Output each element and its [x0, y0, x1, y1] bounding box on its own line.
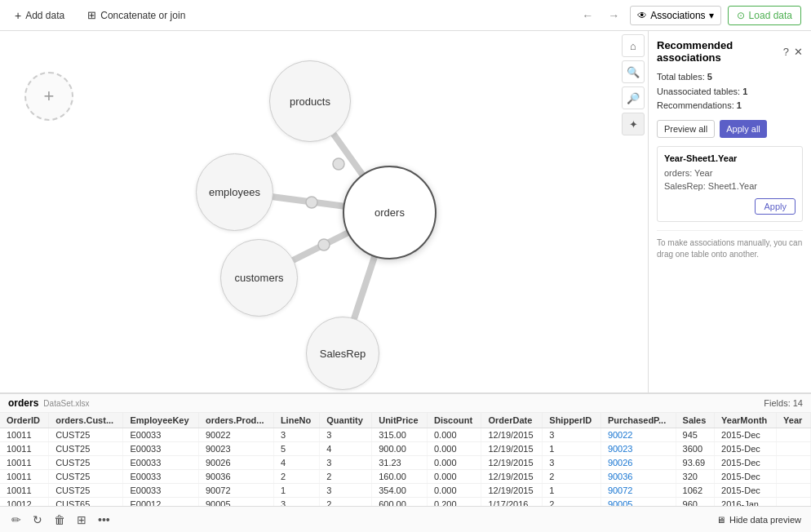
node-salesrep[interactable]: SalesRep — [306, 317, 379, 390]
cell-r2-c3: 90026 — [198, 456, 273, 470]
cell-r0-c12: 2015-Dec — [715, 428, 777, 442]
node-employees[interactable]: employees — [196, 153, 273, 231]
col-header-ordersprod: orders.Prod... — [198, 413, 273, 428]
col-header-yearmonth: YearMonth — [715, 413, 777, 428]
cell-r5-c9: 2 — [543, 498, 601, 507]
table-header-row: OrderIDorders.Cust...EmployeeKeyorders.P… — [0, 413, 811, 428]
refresh-tool-button[interactable]: ↻ — [31, 512, 44, 528]
add-node-circle[interactable]: + — [24, 72, 73, 121]
node-products[interactable]: products — [269, 60, 351, 142]
rec-title: Year-Sheet1.Year — [664, 153, 795, 163]
col-header-orderdate: OrderDate — [481, 413, 543, 428]
panel-help-button[interactable]: ? — [783, 46, 789, 58]
node-customers[interactable]: customers — [220, 239, 298, 317]
bottom-tools: ✏ ↻ 🗑 ⊞ ••• — [10, 512, 112, 528]
cell-r0-c11: 945 — [676, 428, 714, 442]
home-tool-button[interactable]: ⌂ — [622, 34, 645, 57]
cell-r1-c10[interactable]: 90023 — [600, 442, 676, 456]
cell-r4-c10[interactable]: 90072 — [600, 484, 676, 498]
cell-r4-c8: 12/19/2015 — [481, 484, 543, 498]
concat-join-button[interactable]: ⊞ Concatenate or join — [82, 6, 190, 24]
cell-r1-c13 — [777, 442, 811, 456]
cell-r0-c13 — [777, 428, 811, 442]
load-data-button[interactable]: ⊙ Load data — [728, 6, 801, 25]
cell-r4-c5: 3 — [320, 484, 372, 498]
zoom-out-button[interactable]: 🔎 — [622, 86, 645, 109]
cell-r5-c7: 0.200 — [427, 498, 481, 507]
apply-all-button[interactable]: Apply all — [720, 120, 767, 138]
cell-r2-c7: 0.000 — [427, 456, 481, 470]
cell-r5-c11: 960 — [676, 498, 714, 507]
cell-r5-c8: 1/17/2016 — [481, 498, 543, 507]
cell-r0-c2: E00033 — [123, 428, 199, 442]
cell-r1-c9: 1 — [543, 442, 601, 456]
data-header: orders DataSet.xlsx Fields: 14 — [0, 394, 811, 413]
node-orders[interactable]: orders — [343, 166, 437, 259]
main-toolbar: + Add data ⊞ Concatenate or join ← → 👁 A… — [0, 0, 811, 31]
undo-button[interactable]: ← — [578, 7, 597, 24]
cell-r2-c10[interactable]: 90026 — [600, 456, 676, 470]
add-data-button[interactable]: + Add data — [10, 6, 69, 25]
cell-r3-c10[interactable]: 90036 — [600, 470, 676, 484]
cell-r1-c0: 10011 — [0, 442, 49, 456]
col-header-lineno: LineNo — [273, 413, 319, 428]
cell-r0-c4: 3 — [273, 428, 319, 442]
cell-r2-c8: 12/19/2015 — [481, 456, 543, 470]
right-panel: Recommended associations ? ✕ Total table… — [648, 31, 811, 392]
cell-r3-c13 — [777, 470, 811, 484]
col-header-year: Year — [777, 413, 811, 428]
cell-r2-c12: 2015-Dec — [715, 456, 777, 470]
cell-r4-c0: 10011 — [0, 484, 49, 498]
associations-label: Associations — [650, 10, 705, 21]
chevron-down-icon: ▾ — [709, 10, 714, 21]
unassociated-row: Unassociated tables: 1 — [657, 85, 803, 100]
magic-tool-button[interactable]: ✦ — [622, 113, 645, 135]
associations-button[interactable]: 👁 Associations ▾ — [630, 6, 720, 25]
cell-r0-c7: 0.000 — [427, 428, 481, 442]
panel-info: Total tables: 5 Unassociated tables: 1 R… — [657, 70, 803, 113]
cell-r4-c6: 354.00 — [372, 484, 428, 498]
cell-r0-c10[interactable]: 90022 — [600, 428, 676, 442]
cell-r1-c5: 4 — [320, 442, 372, 456]
table-body: 10011CUST25E000339002233315.000.00012/19… — [0, 428, 811, 507]
cell-r5-c10[interactable]: 90005 — [600, 498, 676, 507]
plus-icon: + — [15, 9, 21, 22]
edit-tool-button[interactable]: ✏ — [10, 512, 23, 528]
cell-r5-c2: E00012 — [123, 498, 199, 507]
concat-icon: ⊞ — [87, 9, 96, 21]
cell-r3-c2: E00033 — [123, 470, 199, 484]
cell-r3-c9: 2 — [543, 470, 601, 484]
rec-apply-button[interactable]: Apply — [755, 198, 795, 215]
cell-r0-c3: 90022 — [198, 428, 273, 442]
cell-r4-c11: 1062 — [676, 484, 714, 498]
preview-all-button[interactable]: Preview all — [657, 120, 715, 138]
cell-r4-c9: 1 — [543, 484, 601, 498]
col-header-orderscust: orders.Cust... — [49, 413, 123, 428]
zoom-in-button[interactable]: 🔍 — [622, 60, 645, 83]
hide-preview-button[interactable]: 🖥 Hide data preview — [716, 515, 801, 525]
panel-header-icons: ? ✕ — [783, 46, 803, 58]
data-fields: Fields: 14 — [764, 398, 803, 408]
cell-r1-c11: 3600 — [676, 442, 714, 456]
cell-r1-c4: 5 — [273, 442, 319, 456]
redo-button[interactable]: → — [604, 7, 623, 24]
delete-tool-button[interactable]: 🗑 — [52, 512, 67, 528]
data-table-scroll[interactable]: OrderIDorders.Cust...EmployeeKeyorders.P… — [0, 413, 811, 506]
link-tool-button[interactable]: ⊞ — [75, 512, 88, 528]
col-header-orderid: OrderID — [0, 413, 49, 428]
svg-point-4 — [333, 158, 344, 170]
panel-close-button[interactable]: ✕ — [794, 46, 803, 58]
hide-preview-label: Hide data preview — [729, 515, 801, 525]
cell-r2-c6: 31.23 — [372, 456, 428, 470]
cell-r3-c1: CUST25 — [49, 470, 123, 484]
canvas: + products employees — [0, 31, 648, 392]
col-header-quantity: Quantity — [320, 413, 372, 428]
data-header-left: orders DataSet.xlsx — [8, 397, 90, 409]
cell-r2-c0: 10011 — [0, 456, 49, 470]
col-header-purchasedp: PurchasedP... — [600, 413, 676, 428]
cell-r1-c2: E00033 — [123, 442, 199, 456]
table-row: 10011CUST25E000339003622160.000.00012/19… — [0, 470, 811, 484]
cell-r3-c3: 90036 — [198, 470, 273, 484]
more-tool-button[interactable]: ••• — [96, 512, 112, 528]
cell-r4-c1: CUST25 — [49, 484, 123, 498]
